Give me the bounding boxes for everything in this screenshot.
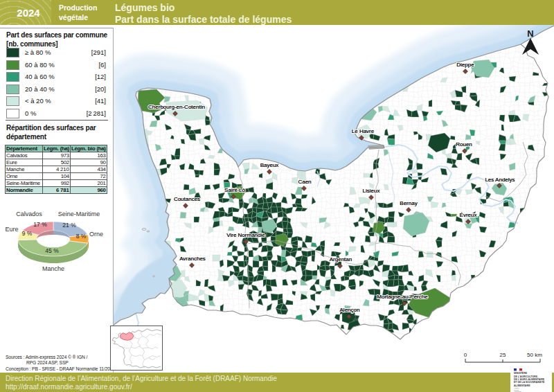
svg-text:Bayeux: Bayeux bbox=[260, 162, 279, 168]
svg-text:Calvados: Calvados bbox=[16, 211, 42, 217]
svg-text:Vire Normandie: Vire Normandie bbox=[226, 232, 265, 238]
svg-text:Le Havre: Le Havre bbox=[352, 128, 375, 134]
svg-text:Argentan: Argentan bbox=[330, 256, 352, 262]
svg-text:Les Andelys: Les Andelys bbox=[485, 177, 515, 183]
svg-text:8 %: 8 % bbox=[76, 233, 87, 240]
svg-text:MINISTÈRE: MINISTÈRE bbox=[514, 371, 528, 375]
svg-text:Rouen: Rouen bbox=[456, 141, 472, 148]
svg-text:Bernay: Bernay bbox=[400, 200, 417, 206]
svg-text:25: 25 bbox=[500, 352, 506, 358]
svg-text:0: 0 bbox=[464, 352, 467, 358]
svg-text:Lisieux: Lisieux bbox=[363, 188, 380, 194]
svg-text:Cherbourg-en-Cotentin: Cherbourg-en-Cotentin bbox=[148, 104, 205, 110]
svg-text:Dieppe: Dieppe bbox=[456, 62, 474, 68]
svg-text:Saint-Lô: Saint-Lô bbox=[224, 187, 245, 193]
svg-text:9 %: 9 % bbox=[22, 230, 33, 237]
svg-text:21 %: 21 % bbox=[62, 222, 76, 229]
svg-text:ET DE LA SOUVERAINETÉ: ET DE LA SOUVERAINETÉ bbox=[514, 380, 545, 384]
svg-text:N: N bbox=[527, 28, 533, 39]
svg-text:Seine-Maritime: Seine-Maritime bbox=[58, 211, 100, 217]
svg-text:Évreux: Évreux bbox=[460, 212, 477, 218]
svg-text:Mortagne-au-Perche: Mortagne-au-Perche bbox=[377, 294, 428, 300]
svg-text:DE L’AGRICULTURE,: DE L’AGRICULTURE, bbox=[514, 375, 538, 378]
svg-text:Coutances: Coutances bbox=[174, 196, 200, 202]
svg-text:Eure: Eure bbox=[5, 226, 18, 233]
svg-text:45 %: 45 % bbox=[45, 247, 59, 254]
svg-text:Manche: Manche bbox=[42, 265, 64, 272]
svg-text:Avranches: Avranches bbox=[179, 256, 206, 262]
svg-text:17 %: 17 % bbox=[33, 221, 47, 228]
svg-text:Alençon: Alençon bbox=[340, 307, 360, 313]
svg-text:50 km: 50 km bbox=[527, 352, 542, 358]
svg-text:DE L’AGRO-ALIMENTAIRE: DE L’AGRO-ALIMENTAIRE bbox=[514, 378, 545, 381]
svg-text:ALIMENTAIRE: ALIMENTAIRE bbox=[514, 384, 530, 387]
svg-text:Caen: Caen bbox=[298, 179, 311, 185]
svg-text:Orne: Orne bbox=[89, 231, 103, 238]
